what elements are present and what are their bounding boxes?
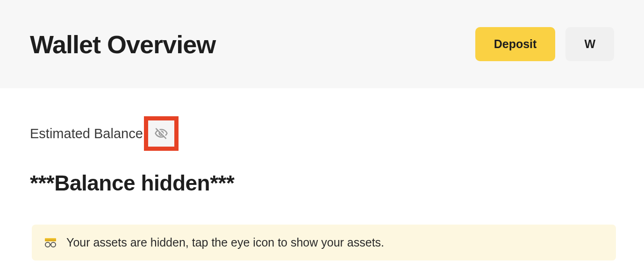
svg-point-2: [45, 242, 50, 247]
notice-text: Your assets are hidden, tap the eye icon…: [66, 236, 384, 249]
eye-hidden-icon: [154, 127, 168, 141]
hidden-assets-notice: Your assets are hidden, tap the eye icon…: [32, 225, 616, 261]
balance-label: Estimated Balance: [30, 126, 143, 141]
toggle-balance-visibility-button[interactable]: [148, 120, 174, 147]
page-title: Wallet Overview: [30, 30, 215, 59]
hidden-icon: [44, 237, 57, 248]
svg-point-3: [51, 242, 56, 247]
content-area: Estimated Balance ***Balance hidden*** Y…: [0, 88, 644, 261]
page-header: Wallet Overview Deposit W: [0, 0, 644, 88]
balance-label-row: Estimated Balance: [30, 116, 614, 151]
svg-rect-1: [45, 240, 56, 241]
eye-toggle-highlight: [144, 116, 179, 151]
deposit-button[interactable]: Deposit: [475, 27, 556, 61]
header-buttons: Deposit W: [475, 27, 614, 61]
secondary-button[interactable]: W: [565, 27, 614, 61]
balance-value: ***Balance hidden***: [30, 170, 614, 196]
